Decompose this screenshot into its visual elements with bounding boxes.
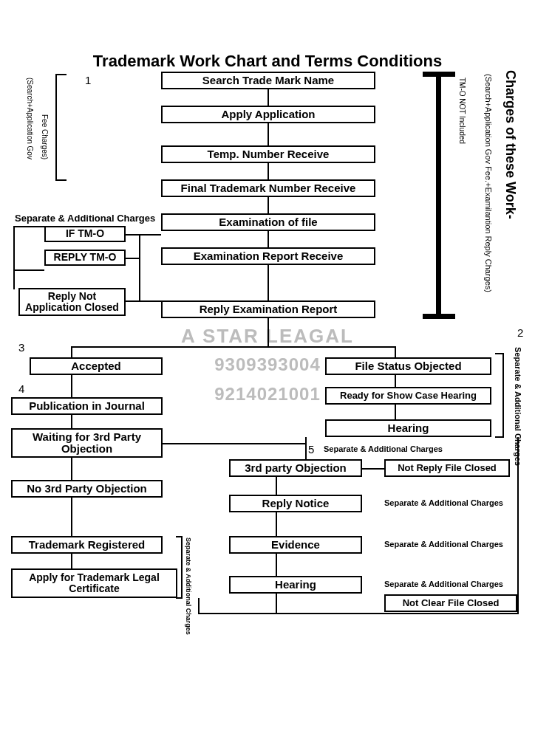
- left-bracket-top: [55, 74, 67, 75]
- connector-split: [71, 346, 396, 348]
- connector: [517, 437, 519, 614]
- connector: [163, 443, 277, 444]
- evidence-box: Evidence: [229, 536, 362, 554]
- connector: [268, 197, 269, 213]
- connector: [126, 234, 161, 236]
- step-search-name: Search Trade Mark Name: [161, 72, 375, 89]
- connector: [71, 554, 72, 568]
- connector: [268, 89, 269, 106]
- connector: [268, 123, 269, 145]
- ready-show-case-box: Ready for Show Case Hearing: [325, 387, 491, 405]
- connector: [268, 318, 269, 346]
- sep-label-5: Separate & Additional Charges: [324, 444, 443, 453]
- connector: [268, 163, 269, 179]
- reply-notice-box: Reply Notice: [229, 495, 362, 512]
- charges-heading: Charges of these Work-: [502, 70, 518, 219]
- connector: [276, 512, 277, 536]
- hearing-box-2: Hearing: [229, 576, 362, 594]
- step-final-number: Final Trademark Number Receive: [161, 179, 375, 197]
- left-bracket-vert: [55, 74, 57, 181]
- sep-label-reply: Separate & Additional Charges: [384, 498, 503, 507]
- if-tmo-box: IF TM-O: [44, 226, 126, 242]
- connector: [71, 498, 72, 536]
- marker-5: 5: [308, 443, 314, 456]
- file-status-objected-box: File Status Objected: [325, 357, 491, 375]
- connector: [276, 477, 277, 495]
- connector: [13, 226, 15, 289]
- cert-bracket-b: [176, 597, 182, 599]
- connector: [305, 437, 307, 459]
- right-bracket-top: [495, 353, 504, 354]
- connector: [71, 346, 72, 357]
- connector: [395, 346, 396, 357]
- page-title: Trademark Work Chart and Terms Condition…: [0, 52, 535, 71]
- marker-4: 4: [18, 382, 24, 395]
- tmo-not-included-label: TM-O NOT Included: [458, 78, 466, 144]
- connector: [126, 300, 161, 302]
- connector: [139, 234, 140, 300]
- sep-charges-vlabel-cert: Separate & Additional Charges: [185, 537, 192, 635]
- cert-bracket-v: [181, 536, 183, 599]
- connector: [13, 269, 44, 271]
- connector: [276, 443, 305, 444]
- connector-bottom: [198, 613, 519, 614]
- step-reply-exam-report: Reply Examination Report: [161, 300, 375, 318]
- left-label-fee-charges: Fee Charges): [41, 114, 49, 159]
- connector: [395, 375, 396, 387]
- right-bracket-bot: [495, 436, 504, 438]
- ibeam-bot: [423, 314, 455, 319]
- sep-charges-label-top: Separate & Additional Charges: [15, 213, 155, 224]
- connector: [276, 594, 277, 614]
- connector: [198, 598, 200, 613]
- not-reply-closed-box: Not Reply File Closed: [384, 459, 510, 477]
- third-party-objection-box: 3rd party Objection: [229, 459, 362, 477]
- step-exam-report-receive: Examination Report Receive: [161, 247, 375, 265]
- ibeam-stem: [436, 72, 441, 319]
- left-label-search-app-gov: (Search+Application Gov: [26, 78, 34, 159]
- connector: [268, 265, 269, 300]
- marker-1: 1: [85, 74, 91, 86]
- accepted-box: Accepted: [30, 357, 163, 375]
- connector: [71, 458, 72, 480]
- step-temp-number: Temp. Number Receive: [161, 145, 375, 163]
- not-clear-closed-box: Not Clear File Closed: [384, 594, 517, 612]
- cert-bracket-t: [176, 536, 182, 537]
- connector: [71, 415, 72, 428]
- marker-3: 3: [18, 341, 24, 354]
- connector: [13, 226, 44, 227]
- charges-sub: (Search+Application Gov Fee.+Examilantio…: [484, 74, 493, 292]
- connector: [276, 554, 277, 576]
- connector: [395, 405, 396, 419]
- step-examination-file: Examination of file: [161, 213, 375, 231]
- sep-label-evidence: Separate & Additional Charges: [384, 540, 503, 549]
- trademark-registered-box: Trademark Registered: [11, 536, 163, 554]
- right-bracket-vert: [502, 353, 504, 438]
- no-3rd-party-box: No 3rd Party Objection: [11, 480, 163, 498]
- connector: [268, 231, 269, 247]
- hearing-box-1: Hearing: [325, 419, 491, 437]
- connector: [126, 258, 140, 259]
- publication-journal-box: Publication in Journal: [11, 397, 163, 415]
- waiting-3rd-party-box: Waiting for 3rd Party Objection: [11, 428, 163, 458]
- connector: [71, 375, 72, 397]
- apply-certificate-box: Apply for Trademark Legal Certificate: [11, 568, 177, 598]
- reply-tmo-box: REPLY TM-O: [44, 250, 126, 266]
- connector: [362, 468, 384, 470]
- reply-not-closed-box: Reply Not Application Closed: [18, 288, 126, 316]
- left-bracket-bot: [55, 179, 67, 181]
- step-apply-application: Apply Application: [161, 106, 375, 123]
- sep-label-hearing: Separate & Additional Charges: [384, 580, 503, 588]
- marker-2: 2: [517, 326, 523, 339]
